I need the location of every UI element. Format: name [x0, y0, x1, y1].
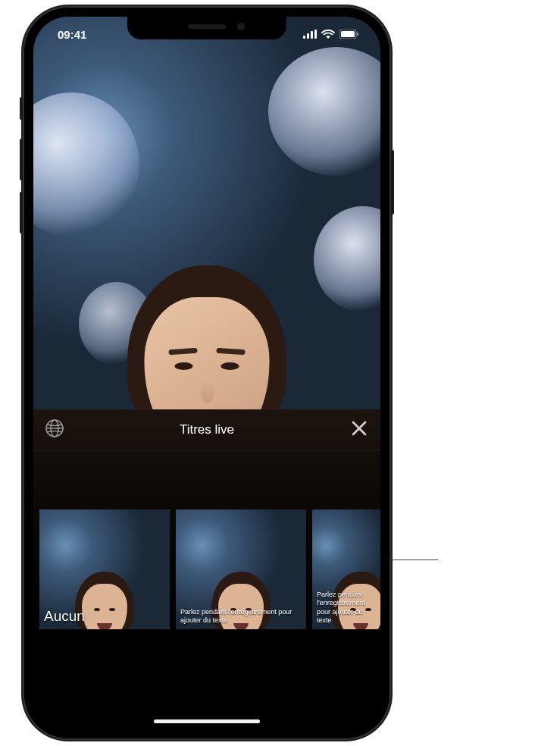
- wifi-icon: [321, 30, 335, 39]
- background-blob: [314, 206, 380, 312]
- background-blob: [33, 92, 139, 237]
- title-style-list[interactable]: Aucun Parlez pendant l'enregistrement po…: [33, 509, 380, 632]
- title-style-option[interactable]: Parlez pendant l'enregistrement pour ajo…: [176, 509, 306, 629]
- svg-rect-3: [314, 30, 317, 39]
- status-time: 09:41: [52, 28, 86, 41]
- screen: 09:41: [33, 17, 380, 729]
- annotation-callout-line: [391, 560, 438, 560]
- volume-down-button: [20, 192, 23, 234]
- home-indicator[interactable]: [154, 719, 260, 723]
- battery-icon: [339, 30, 359, 39]
- svg-rect-0: [303, 36, 305, 39]
- ringer-switch: [20, 97, 23, 120]
- subject-person: [127, 265, 286, 409]
- drawer-title: Titres live: [180, 422, 234, 437]
- background-blob: [268, 47, 380, 176]
- close-icon: [351, 420, 368, 440]
- camera-preview[interactable]: [33, 17, 380, 409]
- cellular-icon: [303, 30, 317, 39]
- drawer-header: Titres live: [33, 409, 380, 450]
- title-style-option[interactable]: Aucun: [39, 509, 170, 629]
- iphone-frame: 09:41: [23, 6, 391, 740]
- svg-rect-1: [307, 33, 309, 39]
- language-button[interactable]: [38, 413, 71, 447]
- svg-rect-5: [341, 31, 355, 37]
- title-style-label: Parlez pendant l'enregistrement pour ajo…: [180, 608, 302, 625]
- volume-up-button: [20, 139, 23, 180]
- power-button: [391, 150, 394, 215]
- notch: [127, 17, 286, 39]
- close-button[interactable]: [343, 413, 376, 447]
- svg-rect-2: [311, 31, 313, 39]
- title-style-option[interactable]: Parlez pendant l'enregistrement pour ajo…: [312, 509, 380, 629]
- globe-icon: [45, 418, 64, 441]
- title-style-label: Aucun: [44, 608, 165, 625]
- title-style-label: Parlez pendant l'enregistrement pour ajo…: [317, 591, 377, 625]
- svg-rect-6: [357, 33, 358, 36]
- titles-drawer: Titres live: [33, 409, 380, 729]
